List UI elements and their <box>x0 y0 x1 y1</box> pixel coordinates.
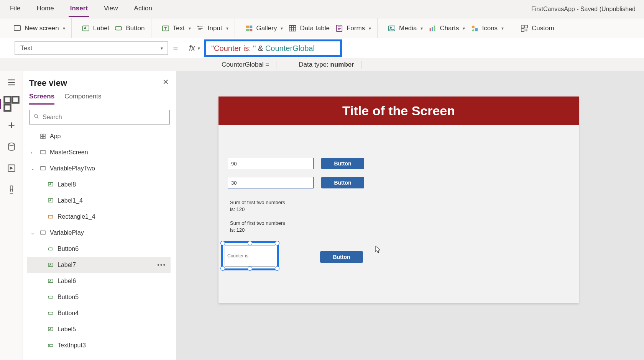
chevron-down-icon: ▾ <box>189 26 191 31</box>
canvas-button-2[interactable]: Button <box>321 177 364 188</box>
svg-rect-19 <box>525 25 527 28</box>
svg-rect-33 <box>41 167 45 170</box>
data-rail-icon[interactable] <box>7 142 16 152</box>
tree-search-box[interactable] <box>29 110 170 124</box>
tree-node-label: Rectangle1_4 <box>58 213 95 220</box>
tree-search-input[interactable] <box>43 114 166 121</box>
insert-charts-button[interactable]: Charts ▾ <box>427 23 466 34</box>
insert-text-button[interactable]: Text ▾ <box>161 23 192 34</box>
variable-equals-cell: CounterGlobal = <box>215 61 276 69</box>
tools-rail-icon[interactable] <box>7 185 16 195</box>
forms-icon <box>335 24 343 33</box>
resize-handle[interactable] <box>220 266 225 271</box>
svg-rect-37 <box>41 231 45 234</box>
insert-custom-button[interactable]: Custom <box>519 23 555 34</box>
label-icon <box>47 261 54 269</box>
screen-icon <box>39 165 47 172</box>
svg-rect-32 <box>41 151 45 154</box>
tree-node-variableplay[interactable]: ⌄ VariablePlay <box>27 225 171 241</box>
datatype-cell: Data type: number <box>292 61 361 69</box>
svg-rect-15 <box>434 25 435 31</box>
insert-icons-button[interactable]: Icons ▾ <box>470 23 504 34</box>
menu-insert[interactable]: Insert <box>69 1 89 17</box>
insert-datatable-button[interactable]: Data table <box>288 23 330 34</box>
insert-forms-button[interactable]: Forms ▾ <box>334 23 372 34</box>
tree-node-masterscreen[interactable]: › MasterScreen <box>27 144 171 160</box>
caret-right-icon[interactable]: › <box>31 150 36 155</box>
property-dropdown[interactable]: Text ▾ <box>15 41 168 55</box>
hamburger-icon[interactable] <box>7 77 16 87</box>
menu-view[interactable]: View <box>102 1 120 17</box>
canvas-input-2[interactable] <box>228 177 314 188</box>
button-icon <box>114 24 123 33</box>
resize-handle[interactable] <box>275 241 279 245</box>
tree-node-label1-4[interactable]: Label1_4 <box>27 193 171 209</box>
media-icon <box>388 24 396 33</box>
tree-node-label: VariablePlayTwo <box>50 165 95 172</box>
svg-rect-17 <box>475 28 478 31</box>
tree-node-app[interactable]: App <box>27 128 171 144</box>
new-screen-button[interactable]: New screen ▾ <box>12 23 66 34</box>
screen-icon <box>39 149 47 156</box>
treeview-rail-icon[interactable] <box>0 99 22 109</box>
menu-action[interactable]: Action <box>133 1 154 17</box>
resize-handle[interactable] <box>248 266 252 271</box>
tree-node-button4[interactable]: Button4 <box>27 305 171 321</box>
canvas[interactable]: Title of the Screen Button Button Sum of… <box>176 71 644 360</box>
insert-media-button[interactable]: Media ▾ <box>387 23 424 34</box>
more-icon[interactable]: ••• <box>157 262 166 268</box>
insert-button-button[interactable]: Button <box>113 23 145 34</box>
media-rail-icon[interactable] <box>7 163 16 173</box>
tree-node-button6[interactable]: Button6 <box>27 241 171 257</box>
screen-preview[interactable]: Title of the Screen Button Button Sum of… <box>219 97 579 303</box>
selected-control[interactable]: Counter is: <box>221 241 279 270</box>
tree-node-label: TextInput3 <box>58 342 86 349</box>
tab-components[interactable]: Components <box>64 93 101 105</box>
formula-token-variable: CounterGlobal <box>265 44 315 52</box>
insert-icons-label: Icons <box>482 25 498 32</box>
canvas-input-1[interactable] <box>228 158 314 169</box>
input-icon <box>196 24 205 33</box>
menu-home[interactable]: Home <box>35 1 55 17</box>
caret-down-icon[interactable]: ⌄ <box>31 230 36 236</box>
close-icon[interactable]: ✕ <box>163 77 169 87</box>
svg-point-27 <box>34 115 38 118</box>
tree-node-label5[interactable]: Label5 <box>27 321 171 337</box>
tree-node-button5[interactable]: Button5 <box>27 289 171 305</box>
screen-icon <box>13 24 21 33</box>
tree-node-label8[interactable]: Label8 <box>27 177 171 193</box>
resize-handle[interactable] <box>248 241 252 245</box>
formula-input[interactable]: "Counter is: " & CounterGlobal <box>204 39 342 57</box>
tree-view-title: Tree view <box>27 77 172 93</box>
label-icon <box>47 197 54 205</box>
fx-button[interactable]: fx▾ <box>183 38 205 58</box>
tree-node-label6[interactable]: Label6 <box>27 273 171 289</box>
tree-node-textinput3[interactable]: TextInput3 <box>27 337 171 353</box>
resize-handle[interactable] <box>220 241 225 245</box>
tab-screens[interactable]: Screens <box>29 93 54 105</box>
resize-handle[interactable] <box>275 266 279 271</box>
chevron-down-icon: ▾ <box>197 46 200 51</box>
insert-gallery-label: Gallery <box>256 25 277 32</box>
svg-rect-30 <box>41 137 43 139</box>
tree-node-label7[interactable]: Label7 ••• <box>27 257 171 273</box>
insert-input-button[interactable]: Input ▾ <box>196 23 229 34</box>
insert-rail-icon[interactable] <box>7 120 16 130</box>
insert-label-button[interactable]: Label <box>81 23 110 34</box>
formula-token-op: & <box>256 44 265 52</box>
tree-node-label: App <box>50 133 61 140</box>
tree-node-rectangle1-4[interactable]: Rectangle1_4 <box>27 209 171 225</box>
selected-control-text: Counter is: <box>225 245 275 267</box>
label-icon <box>82 24 90 33</box>
insert-gallery-button[interactable]: Gallery ▾ <box>244 23 284 34</box>
canvas-button-1[interactable]: Button <box>321 158 364 169</box>
svg-rect-13 <box>430 28 431 31</box>
screen-title-bar: Title of the Screen <box>219 97 579 125</box>
text-icon <box>161 24 170 33</box>
canvas-button-3[interactable]: Button <box>320 251 363 263</box>
tree-node-variableplaytwo[interactable]: ⌄ VariablePlayTwo <box>27 160 171 177</box>
caret-down-icon[interactable]: ⌄ <box>31 166 36 171</box>
menu-file[interactable]: File <box>8 1 22 17</box>
new-screen-label: New screen <box>25 25 59 32</box>
datatype-label: Data type: <box>299 61 330 68</box>
